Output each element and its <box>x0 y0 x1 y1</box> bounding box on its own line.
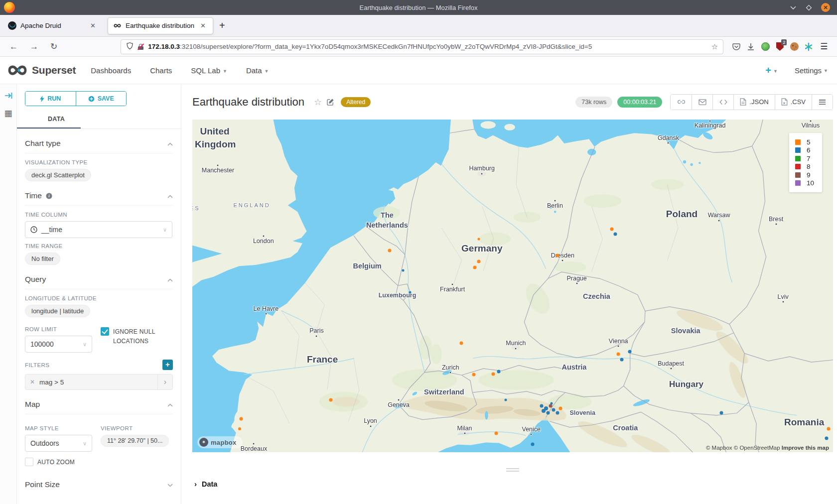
row-limit-select[interactable]: 100000 ∨ <box>25 336 92 353</box>
downloads-icon[interactable] <box>746 42 756 52</box>
tab-close-icon[interactable]: ✕ <box>198 21 208 30</box>
attribution-text[interactable]: © Mapbox © OpenStreetMap <box>706 445 782 451</box>
chart-menu-button[interactable] <box>812 95 833 110</box>
scatter-point-mag-6[interactable] <box>531 442 534 446</box>
collapse-chevron-icon[interactable] <box>167 139 173 148</box>
scatter-point-mag-6[interactable] <box>628 350 632 353</box>
scatter-point-mag-5[interactable] <box>472 373 475 377</box>
map-style-select[interactable]: Outdoors ∨ <box>25 435 92 452</box>
map-attribution[interactable]: © Mapbox © OpenStreetMap Improve this ma… <box>706 445 829 451</box>
collapse-chevron-icon[interactable] <box>167 400 173 409</box>
scatter-point-mag-6[interactable] <box>497 370 500 373</box>
privacy-extension-icon[interactable] <box>760 42 770 52</box>
auto-zoom-checkbox[interactable] <box>25 458 33 466</box>
run-button[interactable]: RUN <box>25 92 76 106</box>
scatter-point-mag-6[interactable] <box>409 291 412 294</box>
collapse-chevron-icon[interactable] <box>167 191 173 200</box>
scatter-point-mag-6[interactable] <box>402 269 405 272</box>
scatter-point-mag-5[interactable] <box>473 265 477 269</box>
edit-properties-icon[interactable] <box>327 98 334 106</box>
scatter-point-mag-5[interactable] <box>477 259 480 263</box>
scatter-point-mag-6[interactable] <box>825 436 829 440</box>
back-button[interactable]: ← <box>5 42 22 52</box>
deckgl-scatterplot-map[interactable]: UnitedKingdomFranceGermanyPolandRomaniaH… <box>192 120 833 452</box>
scatter-point-mag-6[interactable] <box>613 232 617 236</box>
panel-resize-handle[interactable] <box>506 468 519 472</box>
scatter-point-mag-6[interactable] <box>551 402 553 404</box>
reload-button[interactable]: ↻ <box>46 41 62 52</box>
scatter-point-mag-6[interactable] <box>540 404 543 408</box>
settings-menu[interactable]: Settings▼ <box>795 66 828 75</box>
ignore-null-checkbox[interactable] <box>101 327 109 336</box>
expand-datasource-panel-icon[interactable] <box>4 92 12 101</box>
copy-link-button[interactable] <box>671 95 692 110</box>
time-range-value[interactable]: No filter <box>25 252 60 265</box>
nav-item-charts[interactable]: Charts <box>150 66 172 75</box>
scatter-point-mag-6[interactable] <box>556 411 559 414</box>
scatter-point-mag-6[interactable] <box>504 399 507 401</box>
scatter-point-mag-5[interactable] <box>239 417 243 421</box>
scatter-point-mag-5[interactable] <box>610 228 614 231</box>
browser-tab-earthquake[interactable]: Earthquake distribution ✕ <box>108 17 213 34</box>
embed-code-button[interactable] <box>712 95 733 110</box>
scatter-point-mag-5[interactable] <box>556 253 559 257</box>
mapbox-logo[interactable]: mapbox <box>197 436 243 448</box>
export-json-button[interactable]: .JSON <box>733 95 774 110</box>
scatter-point-mag-5[interactable] <box>238 427 241 430</box>
favorite-star-icon[interactable]: ☆ <box>314 97 322 108</box>
scatter-point-mag-5[interactable] <box>492 373 495 376</box>
nav-item-dashboards[interactable]: Dashboards <box>91 66 131 75</box>
superset-logo[interactable]: Superset <box>7 64 76 77</box>
window-close-button[interactable]: ✕ <box>821 3 830 12</box>
forward-button[interactable]: → <box>25 42 43 52</box>
scatter-point-mag-5[interactable] <box>329 398 332 402</box>
lonlat-value[interactable]: longitude | latitude <box>25 305 90 317</box>
bookmark-star-icon[interactable]: ☆ <box>711 42 718 51</box>
tab-data[interactable]: DATA <box>25 116 65 127</box>
scatter-point-mag-5[interactable] <box>477 238 480 240</box>
filter-expand-icon[interactable]: › <box>157 375 172 389</box>
pocket-icon[interactable] <box>731 42 741 52</box>
improve-map-link[interactable]: Improve this map <box>782 445 829 451</box>
share-email-button[interactable] <box>692 95 712 110</box>
nav-item-sql-lab[interactable]: SQL Lab▼ <box>191 66 227 75</box>
window-minimize-button[interactable] <box>790 5 797 10</box>
theme-extension-icon[interactable] <box>804 42 814 52</box>
remove-filter-icon[interactable]: ✕ <box>25 378 39 385</box>
url-bar[interactable]: 172.18.0.3:32108/superset/explore/?form_… <box>121 39 723 54</box>
add-filter-button[interactable]: + <box>162 360 173 370</box>
insecure-lock-icon[interactable] <box>138 43 144 50</box>
new-tab-button[interactable]: + <box>213 19 231 32</box>
browser-menu-icon[interactable]: ☰ <box>818 41 830 52</box>
scatter-point-mag-6[interactable] <box>542 409 546 413</box>
scatter-point-mag-5[interactable] <box>559 406 562 410</box>
url-text[interactable]: 172.18.0.3:32108/superset/explore/?form_… <box>148 43 707 50</box>
cookie-extension-icon[interactable] <box>789 42 799 52</box>
expand-chevron-icon[interactable] <box>167 480 173 489</box>
save-button[interactable]: SAVE <box>76 92 127 106</box>
scatter-point-mag-5[interactable] <box>460 341 463 345</box>
add-new-button[interactable]: +▼ <box>765 65 778 76</box>
scatter-point-mag-6[interactable] <box>546 411 550 414</box>
export-csv-button[interactable]: .CSV <box>775 95 812 110</box>
tracking-shield-icon[interactable] <box>126 42 134 52</box>
scatter-point-mag-6[interactable] <box>552 408 556 412</box>
scatter-point-mag-6[interactable] <box>720 411 723 414</box>
time-column-select[interactable]: __time ∨ <box>25 221 172 238</box>
scatter-point-mag-5[interactable] <box>494 431 498 435</box>
nav-item-data[interactable]: Data▼ <box>246 66 269 75</box>
browser-tab-druid[interactable]: Apache Druid ✕ <box>3 17 103 34</box>
datasource-grid-icon[interactable]: ▦ <box>4 109 12 118</box>
filter-item[interactable]: ✕ mag > 5 › <box>25 374 173 390</box>
adblock-extension-icon[interactable]: 2 <box>775 42 785 52</box>
tab-close-icon[interactable]: ✕ <box>88 21 98 30</box>
scatter-point-mag-5[interactable] <box>388 249 392 252</box>
scatter-point-mag-9[interactable] <box>549 404 552 408</box>
viewport-value[interactable]: 11° 28' 29.70" | 50... <box>101 435 169 447</box>
viz-type-value[interactable]: deck.gl Scatterplot <box>25 169 91 181</box>
altered-badge[interactable]: Altered <box>341 97 371 107</box>
scatter-point-mag-5[interactable] <box>617 352 620 356</box>
data-panel-toggle[interactable]: › Data <box>192 480 833 488</box>
window-maximize-button[interactable] <box>806 4 812 11</box>
collapse-chevron-icon[interactable] <box>167 275 173 284</box>
